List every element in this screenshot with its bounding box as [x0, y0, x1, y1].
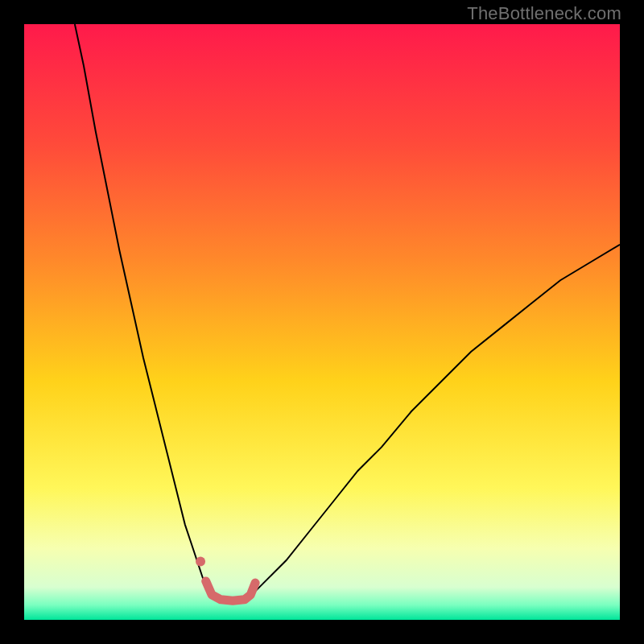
outer-frame: TheBottleneck.com [0, 0, 644, 644]
chart-background [24, 24, 620, 620]
watermark-text: TheBottleneck.com [467, 3, 621, 24]
chart-canvas [24, 24, 620, 620]
left-dot [196, 556, 205, 566]
